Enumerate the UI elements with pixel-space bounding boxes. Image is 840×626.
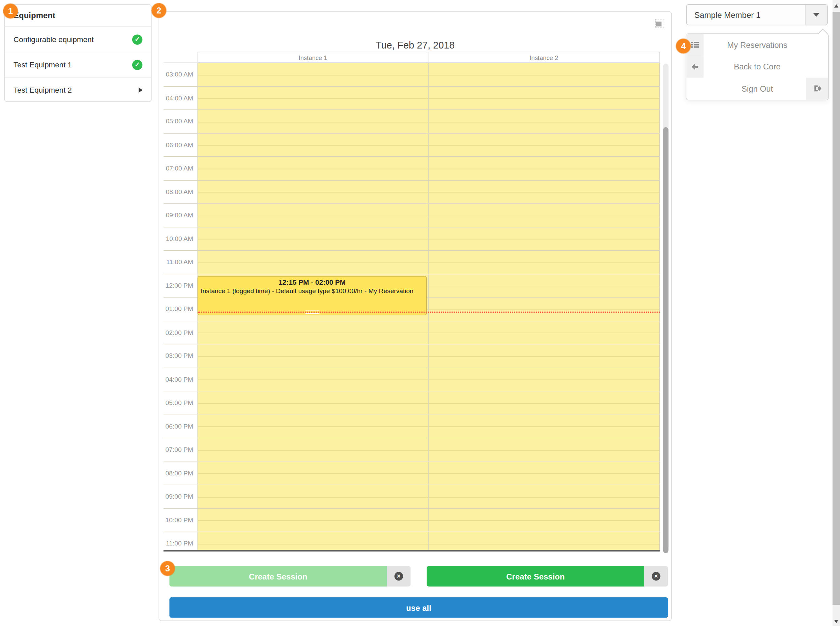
create-session-button-disabled[interactable]: Create Session (169, 566, 387, 587)
scroll-up-arrow-icon[interactable] (834, 5, 838, 8)
equipment-item-test-equipment-2[interactable]: Test Equipment 2 (5, 77, 151, 102)
grid-cell-instance-1[interactable] (198, 251, 429, 274)
equipment-panel-title: Equipment (5, 5, 151, 27)
chevron-down-icon (813, 13, 820, 17)
annotation-badge-1: 1 (3, 4, 18, 18)
grid-cell-instance-2[interactable] (428, 297, 659, 321)
grid-cell-instance-1[interactable] (198, 227, 429, 250)
time-row: 03:00 PM (163, 344, 660, 368)
grid-cell-instance-2[interactable] (428, 274, 659, 297)
equipment-item-label: Test Equipment 1 (14, 60, 72, 69)
grid-cell-instance-1[interactable] (198, 344, 429, 367)
x-circle-icon: ✕ (394, 572, 403, 581)
calendar-scrollbar-thumb[interactable] (663, 127, 668, 553)
grid-cell-instance-2[interactable] (428, 532, 659, 550)
time-label: 09:00 PM (163, 485, 198, 508)
equipment-item-label: Test Equipment 2 (14, 86, 72, 94)
grid-cell-instance-1[interactable] (198, 133, 429, 156)
grid-cell-instance-1[interactable] (198, 204, 429, 227)
menu-item-my-reservations[interactable]: My Reservations (686, 34, 828, 56)
grid-cell-instance-1[interactable] (198, 415, 429, 438)
time-label: 07:00 PM (163, 438, 198, 461)
grid-cell-instance-1[interactable] (198, 157, 429, 180)
time-label: 10:00 PM (163, 509, 198, 532)
remove-session-button[interactable]: ✕ (644, 566, 668, 587)
grid-cell-instance-2[interactable] (428, 204, 659, 227)
time-row: 10:00 AM (163, 227, 660, 251)
grid-cell-instance-2[interactable] (428, 321, 659, 344)
grid-cell-instance-2[interactable] (428, 391, 659, 415)
grid-cell-instance-1[interactable] (198, 110, 429, 133)
time-row: 11:00 PM (163, 532, 660, 550)
equipment-item-test-equipment-1[interactable]: Test Equipment 1 ✓ (5, 52, 151, 77)
fullscreen-icon[interactable] (655, 19, 664, 28)
menu-item-label: My Reservations (727, 41, 787, 50)
time-label: 12:00 PM (163, 274, 198, 297)
use-all-button[interactable]: use all (169, 597, 668, 618)
time-label: 11:00 PM (163, 532, 198, 550)
grid-cell-instance-1[interactable] (198, 462, 429, 485)
time-label: 05:00 PM (163, 391, 198, 415)
grid-cell-instance-2[interactable] (428, 462, 659, 485)
time-row: 05:00 PM (163, 391, 660, 415)
grid-cell-instance-1[interactable] (198, 509, 429, 532)
grid-cell-instance-2[interactable] (428, 415, 659, 438)
time-row: 04:00 PM (163, 368, 660, 391)
grid-cell-instance-1[interactable] (198, 391, 429, 415)
check-circle-icon: ✓ (132, 34, 142, 44)
grid-cell-instance-1[interactable] (198, 532, 429, 550)
grid-cell-instance-1[interactable] (198, 63, 429, 86)
column-header-instance-2: Instance 2 (428, 52, 660, 63)
time-row: 04:00 AM (163, 87, 660, 110)
user-dropdown-button[interactable]: Sample Member 1 (686, 5, 827, 25)
time-label: 04:00 PM (163, 368, 198, 391)
grid-cell-instance-2[interactable] (428, 509, 659, 532)
event-time-range: 12:15 PM - 02:00 PM (198, 278, 426, 286)
menu-item-back-to-core[interactable]: Back to Core (686, 56, 828, 78)
grid-cell-instance-1[interactable] (198, 438, 429, 461)
check-circle-icon: ✓ (132, 59, 142, 70)
equipment-panel: Equipment Configurable equipment ✓ Test … (5, 5, 152, 102)
grid-cell-instance-1[interactable] (198, 485, 429, 508)
remove-session-button[interactable]: ✕ (387, 566, 410, 587)
grid-cell-instance-2[interactable] (428, 227, 659, 250)
x-circle-icon: ✕ (652, 572, 661, 581)
dropdown-caret-area[interactable] (805, 5, 827, 25)
grid-cell-instance-1[interactable] (198, 368, 429, 391)
grid-cell-instance-2[interactable] (428, 251, 659, 274)
time-row: 07:00 PM (163, 438, 660, 462)
grid-cell-instance-2[interactable] (428, 368, 659, 391)
annotation-badge-2: 2 (152, 3, 166, 18)
annotation-badge-4: 4 (676, 39, 691, 53)
reservation-event[interactable]: 12:15 PM - 02:00 PM Instance 1 (logged t… (198, 276, 427, 315)
grid-cell-instance-1[interactable] (198, 87, 429, 110)
equipment-item-label: Configurable equipment (14, 35, 94, 44)
grid-cell-instance-1[interactable] (198, 180, 429, 203)
time-label: 02:00 PM (163, 321, 198, 344)
time-row: 02:00 PM (163, 321, 660, 345)
annotation-badge-3: 3 (160, 561, 175, 576)
time-row: 06:00 PM (163, 415, 660, 438)
sign-out-icon (806, 78, 828, 100)
menu-item-sign-out[interactable]: Sign Out (686, 78, 828, 100)
grid-cell-instance-2[interactable] (428, 87, 659, 110)
time-row: 10:00 PM (163, 509, 660, 532)
grid-cell-instance-2[interactable] (428, 438, 659, 461)
grid-cell-instance-2[interactable] (428, 485, 659, 508)
grid-bottom-divider (163, 550, 660, 552)
grid-cell-instance-2[interactable] (428, 110, 659, 133)
grid-cell-instance-2[interactable] (428, 180, 659, 203)
caret-right-icon (138, 87, 142, 93)
time-label: 06:00 AM (163, 133, 198, 156)
grid-cell-instance-2[interactable] (428, 63, 659, 86)
scroll-down-arrow-icon[interactable] (834, 620, 838, 623)
grid-cell-instance-2[interactable] (428, 133, 659, 156)
grid-cell-instance-1[interactable] (198, 321, 429, 344)
time-label: 08:00 PM (163, 462, 198, 485)
grid-cell-instance-2[interactable] (428, 344, 659, 367)
equipment-item-configurable-equipment[interactable]: Configurable equipment ✓ (5, 27, 151, 52)
page-scrollbar-thumb[interactable] (832, 12, 840, 605)
time-label: 03:00 AM (163, 63, 198, 86)
grid-cell-instance-2[interactable] (428, 157, 659, 180)
create-session-button[interactable]: Create Session (427, 566, 644, 587)
